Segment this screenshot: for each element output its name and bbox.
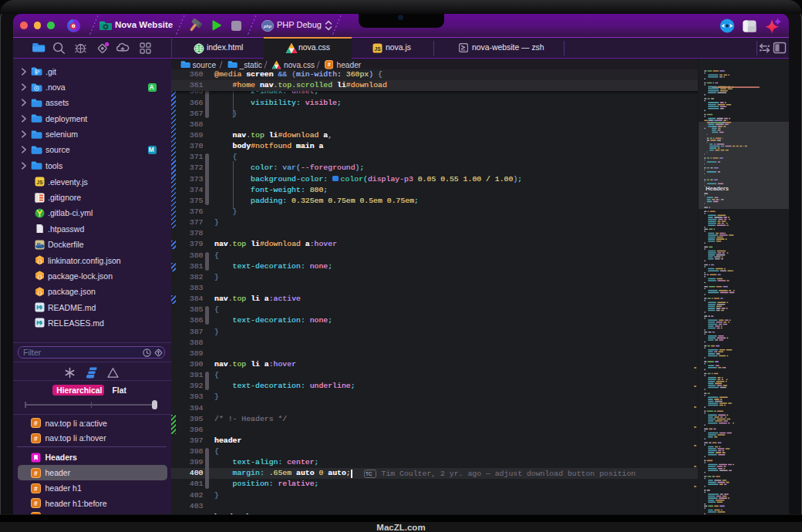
svg-text:{}: {} — [37, 259, 43, 264]
svg-text:JS: JS — [37, 180, 44, 185]
svg-text:#: # — [34, 469, 38, 476]
svg-text:{}: {} — [37, 274, 43, 280]
svg-text:#: # — [34, 500, 38, 507]
svg-text:#: # — [34, 419, 38, 427]
svg-text:{}: {} — [37, 291, 43, 296]
svg-text:#: # — [327, 62, 330, 69]
svg-text:php: php — [263, 23, 272, 28]
svg-text:JS: JS — [374, 45, 381, 51]
svg-text:#: # — [34, 435, 38, 443]
svg-text:#: # — [34, 484, 38, 492]
svg-text:Headers: Headers — [706, 185, 729, 192]
